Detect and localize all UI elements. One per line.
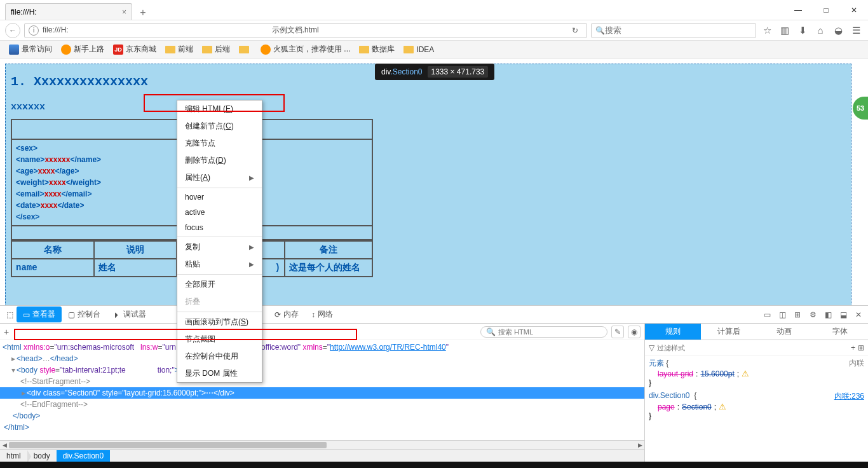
edit-icon[interactable]: ✎ (611, 326, 624, 338)
node-dimensions-tooltip: div.Section0 1333 × 471.733 (375, 64, 494, 80)
tab-fonts[interactable]: 字体 (812, 324, 868, 340)
bookmark-item[interactable]: 前端 (161, 43, 197, 56)
dom-node[interactable]: ▸<head>…</head> (0, 353, 644, 364)
scrollbar-thumb[interactable] (9, 442, 327, 448)
firefox-icon (261, 45, 271, 55)
context-menu-item[interactable]: 编辑 HTML(E) (177, 100, 262, 118)
context-menu-item[interactable]: 复制▶ (177, 238, 262, 256)
reload-icon[interactable]: ↻ (567, 26, 583, 35)
folder-icon (202, 46, 212, 53)
bookmark-item[interactable]: 数据库 (355, 43, 398, 56)
tab-debugger[interactable]: ⏵调试器 (107, 306, 153, 322)
bookmark-item[interactable]: 火狐主页，推荐使用 ... (257, 43, 354, 56)
context-menu-item[interactable]: 显示 DOM 属性 (177, 365, 262, 382)
frames-icon[interactable]: ⊞ (790, 308, 804, 322)
dock-bottom-icon[interactable]: ⬓ (836, 308, 850, 322)
bookmark-item[interactable]: JD京东商城 (109, 43, 160, 56)
bookmark-item[interactable]: 新手上路 (57, 43, 108, 56)
bookmark-item[interactable]: 最常访问 (5, 43, 56, 56)
context-menu-item[interactable]: 属性(A)▶ (177, 169, 262, 186)
url-bar: ← i file:///H:示例文档.html ↻ 🔍 ☆ ▥ ⬇ ⌂ ◒ ☰ (0, 20, 868, 41)
maximize-button[interactable]: □ (812, 1, 840, 20)
bookmark-star-icon[interactable]: ☆ (760, 24, 774, 38)
css-rules[interactable]: 元素 {内联 layout-grid: 15.6000pt; ⚠ } div.S… (645, 355, 868, 462)
floating-badge[interactable]: 53 (853, 97, 868, 120)
site-info-icon[interactable]: i (29, 25, 39, 36)
tab-animations[interactable]: 动画 (757, 324, 813, 340)
dom-node[interactable]: <!--StartFragment--> (0, 376, 644, 387)
title-bar: file:///H: × + — □ ✕ (0, 0, 868, 20)
context-menu-item[interactable]: 画面滚动到节点(S) (177, 313, 262, 331)
new-tab-button[interactable]: + (135, 6, 151, 20)
context-menu-item[interactable]: 全部展开 (177, 276, 262, 293)
filter-input[interactable] (657, 344, 848, 352)
add-node-icon[interactable]: + (4, 327, 9, 337)
library-icon[interactable]: ▥ (778, 24, 792, 38)
tab-memory[interactable]: ⟳内存 (268, 306, 305, 322)
dom-node[interactable]: <!--EndFragment--> (0, 399, 644, 410)
tab-network[interactable]: ↕网络 (305, 306, 339, 322)
tab-inspector[interactable]: ▭查看器 (17, 306, 62, 322)
dom-tree[interactable]: <html xmlns:o="urn:schemas-microsoft lns… (0, 340, 644, 440)
context-menu-item[interactable]: 克隆节点 (177, 135, 262, 152)
context-menu-item[interactable]: 在控制台中使用 (177, 348, 262, 365)
back-button[interactable]: ← (5, 23, 20, 38)
dom-node[interactable]: </body> (0, 410, 644, 422)
tab-close-icon[interactable]: × (122, 8, 126, 17)
bookmark-bar: 最常访问 新手上路 JD京东商城 前端 后端 火狐主页，推荐使用 ... 数据库… (0, 41, 868, 59)
dom-node[interactable]: </html> (0, 422, 644, 433)
dock-left-icon[interactable]: ◧ (821, 308, 835, 322)
scroll-right-icon[interactable]: ▶ (635, 441, 644, 450)
search-field[interactable]: 🔍 (591, 23, 756, 38)
add-rule-icon[interactable]: + (851, 343, 855, 352)
responsive-icon[interactable]: ▭ (760, 308, 774, 322)
bookmark-item[interactable] (235, 45, 255, 55)
html-search[interactable]: 🔍 (480, 326, 607, 338)
downloads-icon[interactable]: ⬇ (796, 24, 810, 38)
close-devtools-icon[interactable]: ✕ (851, 308, 865, 322)
url-field[interactable]: i file:///H:示例文档.html ↻ (24, 23, 587, 38)
devtools-body: + 🔍 ✎ ◉ <html xmlns:o="urn:schemas-micro… (0, 324, 868, 462)
horizontal-scrollbar[interactable]: ◀ ▶ (0, 440, 644, 449)
context-menu-item[interactable]: 删除节点(D) (177, 152, 262, 169)
inspect-icon[interactable]: ⬚ (3, 308, 17, 322)
search-input[interactable] (605, 25, 752, 35)
context-menu-item[interactable]: 节点截图 (177, 331, 262, 348)
context-menu-item[interactable]: active (177, 205, 262, 220)
tab-computed[interactable]: 计算后 (701, 324, 757, 340)
eyedropper-icon[interactable]: ◉ (628, 326, 641, 338)
settings-icon[interactable]: ⚙ (806, 308, 820, 322)
dom-node[interactable]: ▾<body style="tab-interval:21pt;te tion;… (0, 364, 644, 376)
jd-icon: JD (113, 45, 123, 55)
tab-rules[interactable]: 规则 (645, 324, 701, 340)
html-search-input[interactable] (498, 328, 602, 336)
breadcrumb-item[interactable]: body (27, 450, 57, 462)
dom-node[interactable]: <html xmlns:o="urn:schemas-microsoft lns… (0, 341, 644, 353)
warning-icon: ⚠ (742, 369, 749, 378)
context-menu-item[interactable]: 粘贴▶ (177, 256, 262, 273)
bookmark-item[interactable]: 后端 (198, 43, 234, 56)
bookmark-item[interactable]: IDEA (400, 44, 438, 55)
css-property[interactable]: layout-grid: 15.6000pt; ⚠ (649, 369, 864, 378)
home-icon[interactable]: ⌂ (813, 24, 827, 38)
tab-strip: file:///H: × + (0, 0, 151, 20)
context-menu-item[interactable]: focus (177, 220, 262, 235)
menu-icon[interactable]: ☰ (849, 24, 863, 38)
dom-node-selected[interactable]: ▸<div class="Section0" style="layout-gri… (0, 387, 644, 399)
scroll-left-icon[interactable]: ◀ (0, 441, 9, 450)
minimize-button[interactable]: — (784, 1, 812, 20)
pocket-icon[interactable]: ◒ (831, 24, 845, 38)
split-icon[interactable]: ◫ (775, 308, 789, 322)
browser-tab[interactable]: file:///H: × (5, 3, 132, 20)
close-button[interactable]: ✕ (840, 1, 868, 20)
col-header: 备注 (285, 241, 372, 259)
css-property[interactable]: page: Section0; ⚠ (649, 402, 864, 411)
toggle-classes-icon[interactable]: ⊞ (858, 343, 864, 352)
breadcrumb-item[interactable]: div.Section0 (57, 450, 110, 462)
col-header: 名称 (11, 241, 94, 259)
breadcrumb-item[interactable]: html (0, 450, 27, 462)
context-menu-item[interactable]: hover (177, 189, 262, 205)
tab-console[interactable]: ▢控制台 (62, 306, 107, 322)
context-menu-item[interactable]: 创建新节点(C) (177, 118, 262, 135)
filter-icon: ▽ (649, 343, 654, 352)
